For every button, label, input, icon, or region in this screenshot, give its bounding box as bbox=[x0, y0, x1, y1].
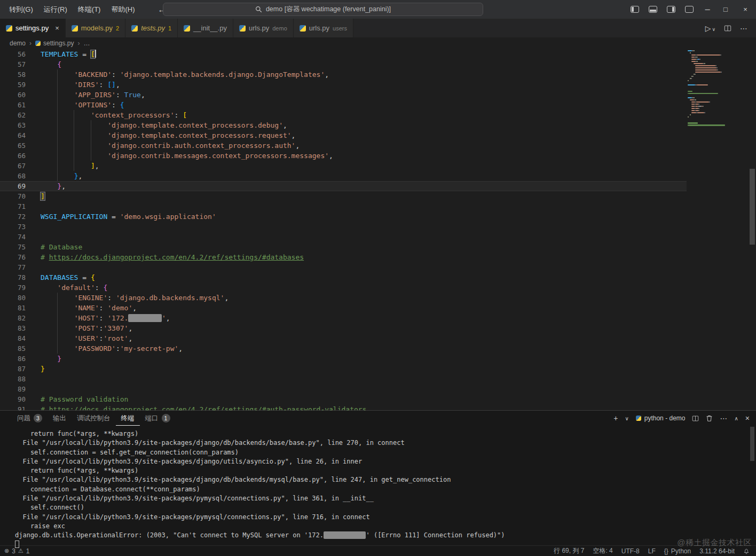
split-terminal-icon[interactable] bbox=[692, 415, 699, 422]
code-line[interactable]: 57 { bbox=[0, 59, 687, 69]
code-line-content: }, bbox=[26, 181, 66, 191]
menu-item[interactable]: 帮助(H) bbox=[106, 3, 139, 17]
tab-settings.py[interactable]: settings.py× bbox=[0, 19, 66, 37]
code-line[interactable]: 60 'APP_DIRS': True, bbox=[0, 90, 687, 100]
minimap-line bbox=[688, 63, 739, 64]
code-line[interactable]: 82 'HOST': '172. ', bbox=[0, 313, 687, 323]
terminal-line: return func(*args, **kwargs) bbox=[15, 429, 756, 438]
panel-more-actions-icon[interactable]: ⋯ bbox=[720, 414, 727, 422]
code-line[interactable]: 63 'django.template.context_processors.d… bbox=[0, 120, 687, 130]
panel-tab-问题[interactable]: 问题3 bbox=[12, 411, 48, 426]
code-line[interactable]: 76# https://docs.djangoproject.com/en/4.… bbox=[0, 252, 687, 262]
code-line[interactable]: 69 }, bbox=[0, 181, 687, 191]
code-line[interactable]: 89 bbox=[0, 384, 687, 394]
tab-urls.py[interactable]: urls.pydemo bbox=[233, 19, 294, 37]
panel-tab-输出[interactable]: 输出 bbox=[48, 411, 72, 426]
code-line[interactable]: 62 'context_processors': [ bbox=[0, 110, 687, 120]
maximize-button[interactable]: □ bbox=[716, 0, 735, 19]
code-line[interactable]: 81 'NAME': 'demo', bbox=[0, 303, 687, 313]
terminal-scrollbar-thumb[interactable] bbox=[750, 427, 754, 461]
code-line[interactable]: 75# Database bbox=[0, 242, 687, 252]
tab-label: urls.py bbox=[249, 24, 269, 32]
code-line[interactable]: 66 'django.contrib.messages.context_proc… bbox=[0, 151, 687, 161]
tab-tests.py[interactable]: tests.py1 bbox=[125, 19, 178, 37]
breadcrumb-item[interactable]: settings.py bbox=[35, 40, 74, 47]
code-line-content: } bbox=[26, 364, 45, 374]
editor-actions: ▷ ∨ ⋯ bbox=[705, 19, 756, 37]
minimap-line bbox=[688, 122, 739, 123]
code-line[interactable]: 71 bbox=[0, 201, 687, 212]
menu-item[interactable]: 转到(G) bbox=[4, 3, 38, 17]
code-line[interactable]: 90# Password validation bbox=[0, 394, 687, 404]
tab-__init__.py[interactable]: __init__.py bbox=[178, 19, 233, 37]
menu-item[interactable]: 运行(R) bbox=[39, 3, 72, 17]
code-line[interactable]: 87} bbox=[0, 364, 687, 374]
code-line[interactable]: 70] bbox=[0, 191, 687, 201]
editor[interactable]: 56TEMPLATES = [57 {58 'BACKEND': 'django… bbox=[0, 49, 756, 410]
code-line[interactable]: 58 'BACKEND': 'django.template.backends.… bbox=[0, 69, 687, 80]
tab-label: __init__.py bbox=[193, 24, 227, 32]
indent-guide bbox=[74, 120, 74, 130]
editor-scrollbar-thumb[interactable] bbox=[750, 169, 755, 245]
close-tab-icon[interactable]: × bbox=[55, 24, 59, 32]
maximize-panel-icon[interactable]: ∧ bbox=[734, 416, 738, 421]
toggle-panel-icon[interactable] bbox=[644, 0, 662, 19]
split-editor-icon[interactable] bbox=[724, 25, 731, 32]
code-line[interactable]: 84 'USER':'root', bbox=[0, 333, 687, 343]
breadcrumb-item[interactable]: demo bbox=[10, 40, 26, 47]
code-line-content: DATABASES = { bbox=[26, 272, 95, 283]
run-python-file-button[interactable]: ▷ ∨ bbox=[705, 24, 715, 33]
menu-item[interactable]: 终端(T) bbox=[73, 3, 106, 17]
terminal-scrollbar[interactable] bbox=[750, 427, 755, 544]
code-line[interactable]: 56TEMPLATES = [ bbox=[0, 49, 687, 59]
minimap[interactable] bbox=[688, 50, 739, 127]
customize-layout-icon[interactable] bbox=[680, 0, 698, 19]
tab-models.py[interactable]: models.py2 bbox=[66, 19, 125, 37]
code-line[interactable]: 86 } bbox=[0, 354, 687, 364]
toggle-secondary-sidebar-icon[interactable] bbox=[662, 0, 680, 19]
code-line[interactable]: 91# https://docs.djangoproject.com/en/4.… bbox=[0, 404, 687, 410]
panel-tab-badge: 3 bbox=[34, 414, 42, 422]
code-line[interactable]: 80 'ENGINE': 'django.db.backends.mysql', bbox=[0, 293, 687, 303]
code-line[interactable]: 85 'PASSWORD':'my-secret-pw', bbox=[0, 343, 687, 354]
terminal-instance[interactable]: python - demo bbox=[636, 414, 686, 422]
code-line[interactable]: 79 'default': { bbox=[0, 283, 687, 293]
close-window-button[interactable]: × bbox=[735, 0, 756, 19]
panel-tab-调试控制台[interactable]: 调试控制台 bbox=[72, 411, 116, 426]
new-terminal-icon[interactable]: + bbox=[613, 414, 618, 422]
code-line[interactable]: 64 'django.template.context_processors.r… bbox=[0, 130, 687, 140]
terminal-profile-dropdown-icon[interactable]: ∨ bbox=[625, 416, 628, 421]
line-number: 89 bbox=[0, 384, 26, 394]
command-center-search[interactable]: demo [容器 wechatimage (fervent_panini)] bbox=[163, 3, 483, 16]
indent-guide bbox=[57, 100, 58, 110]
panel-tab-终端[interactable]: 终端 bbox=[116, 411, 140, 426]
more-actions-icon[interactable]: ⋯ bbox=[740, 24, 747, 33]
code-line[interactable]: 68 }, bbox=[0, 171, 687, 181]
panel-tab-端口[interactable]: 端口1 bbox=[140, 411, 176, 426]
minimize-button[interactable]: ─ bbox=[698, 0, 716, 19]
code-line[interactable]: 59 'DIRS': [], bbox=[0, 80, 687, 90]
code-line[interactable]: 73 bbox=[0, 222, 687, 232]
terminal-line: File "/usr/local/lib/python3.9/site-pack… bbox=[15, 438, 756, 448]
editor-scrollbar[interactable] bbox=[749, 49, 756, 410]
code-line[interactable]: 78DATABASES = { bbox=[0, 272, 687, 283]
breadcrumb-item[interactable]: … bbox=[83, 40, 90, 47]
code-line[interactable]: 72WSGI_APPLICATION = 'demo.wsgi.applicat… bbox=[0, 212, 687, 222]
code-line[interactable]: 88 bbox=[0, 374, 687, 384]
tab-urls.py[interactable]: urls.pyusers bbox=[294, 19, 353, 37]
kill-terminal-icon[interactable] bbox=[706, 414, 713, 422]
code-line[interactable]: 67 ], bbox=[0, 161, 687, 171]
code-line[interactable]: 77 bbox=[0, 262, 687, 272]
code-line[interactable]: 83 'POST':'3307', bbox=[0, 323, 687, 333]
code-line-content bbox=[26, 232, 41, 242]
code-line[interactable]: 65 'django.contrib.auth.context_processo… bbox=[0, 140, 687, 151]
terminal-output[interactable]: return func(*args, **kwargs) File "/usr/… bbox=[0, 426, 756, 550]
close-panel-icon[interactable]: × bbox=[745, 414, 750, 422]
line-number: 87 bbox=[0, 364, 26, 374]
code-line[interactable]: 74 bbox=[0, 232, 687, 242]
code-line[interactable]: 61 'OPTIONS': { bbox=[0, 100, 687, 110]
menu-bar: 转到(G)运行(R)终端(T)帮助(H) bbox=[0, 3, 139, 17]
tab-label: settings.py bbox=[15, 24, 49, 32]
breadcrumb-separator-icon: › bbox=[29, 40, 32, 47]
toggle-primary-sidebar-icon[interactable] bbox=[626, 0, 644, 19]
